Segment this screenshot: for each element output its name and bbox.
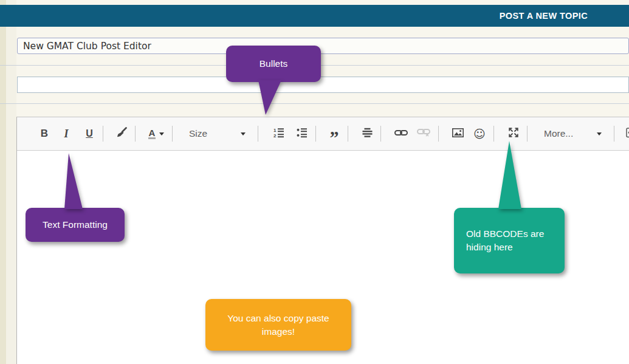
editor-toolbar: B I U A Size — [17, 117, 629, 151]
toolbar-separator — [172, 126, 173, 142]
callout-old-bbcodes-text: Old BBCODEs are hiding here — [466, 227, 554, 254]
italic-button[interactable]: I — [58, 125, 74, 143]
link-button[interactable] — [392, 125, 410, 143]
callout-tail-up — [62, 153, 83, 209]
svg-text:2: 2 — [273, 133, 277, 138]
link-icon — [394, 128, 408, 139]
format-painter-button[interactable] — [114, 125, 129, 143]
image-button[interactable] — [449, 125, 466, 143]
toolbar-separator — [103, 126, 103, 142]
bulleted-list-icon — [297, 128, 308, 140]
blockquote-icon: ” — [330, 135, 339, 140]
align-center-button[interactable] — [359, 125, 375, 143]
align-center-icon — [362, 128, 373, 140]
bulleted-list-button[interactable] — [294, 125, 310, 143]
unlink-button[interactable] — [414, 125, 433, 143]
numbered-list-icon: 1 2 — [273, 128, 284, 140]
font-size-label: Size — [189, 128, 207, 139]
subject-input[interactable] — [17, 77, 629, 93]
svg-text:1: 1 — [273, 128, 277, 133]
underline-button[interactable]: U — [81, 125, 97, 143]
callout-copy-paste-images-text: You can also copy paste images! — [213, 312, 344, 338]
page-header-bar: POST A NEW TOPIC — [0, 5, 629, 27]
blockquote-button[interactable]: ” — [326, 125, 342, 143]
numbered-list-button[interactable]: 1 2 — [271, 125, 287, 143]
post-new-topic-page: POST A NEW TOPIC B I U A — [0, 0, 629, 364]
callout-old-bbcodes: Old BBCODEs are hiding here — [454, 208, 565, 273]
more-dropdown-label: More... — [544, 128, 573, 139]
toolbar-separator — [380, 126, 381, 142]
toolbar-separator — [527, 126, 528, 142]
toolbar-separator — [614, 126, 614, 142]
unlink-icon — [417, 128, 430, 139]
toolbar-separator — [258, 126, 258, 142]
maximize-icon — [509, 128, 518, 140]
more-dropdown[interactable]: More... — [535, 125, 608, 143]
left-margin-strip-inner — [6, 0, 16, 364]
callout-tail-up — [495, 140, 523, 209]
text-color-button[interactable]: A — [146, 125, 167, 143]
toolbar-separator — [135, 126, 136, 142]
text-color-icon: A — [148, 128, 156, 139]
toolbar-separator — [493, 126, 494, 142]
callout-bullets: Bullets — [226, 46, 321, 82]
left-margin-strip — [0, 0, 6, 364]
callout-bullets-text: Bullets — [260, 58, 288, 69]
source-button[interactable]: Source — [626, 128, 629, 140]
source-icon — [626, 128, 629, 140]
smiley-button[interactable]: ☺ — [471, 125, 488, 143]
divider-line — [0, 103, 629, 104]
image-icon — [452, 128, 464, 140]
topic-title-input[interactable] — [17, 38, 629, 54]
chevron-down-icon — [597, 132, 602, 136]
smiley-icon: ☺ — [473, 127, 486, 140]
callout-text-formatting: Text Formatting — [26, 208, 125, 242]
chevron-down-icon — [241, 132, 246, 136]
format-painter-icon — [116, 127, 127, 140]
callout-tail-down — [255, 80, 282, 115]
font-size-dropdown[interactable]: Size — [180, 125, 252, 143]
bold-button[interactable]: B — [36, 125, 52, 143]
chevron-down-icon — [159, 132, 164, 136]
post-a-new-topic-label: POST A NEW TOPIC — [500, 11, 588, 21]
toolbar-separator — [348, 126, 348, 142]
toolbar-separator — [315, 126, 316, 142]
callout-text-formatting-text: Text Formatting — [43, 219, 108, 230]
toolbar-separator — [438, 126, 439, 142]
callout-copy-paste-images: You can also copy paste images! — [205, 299, 351, 351]
